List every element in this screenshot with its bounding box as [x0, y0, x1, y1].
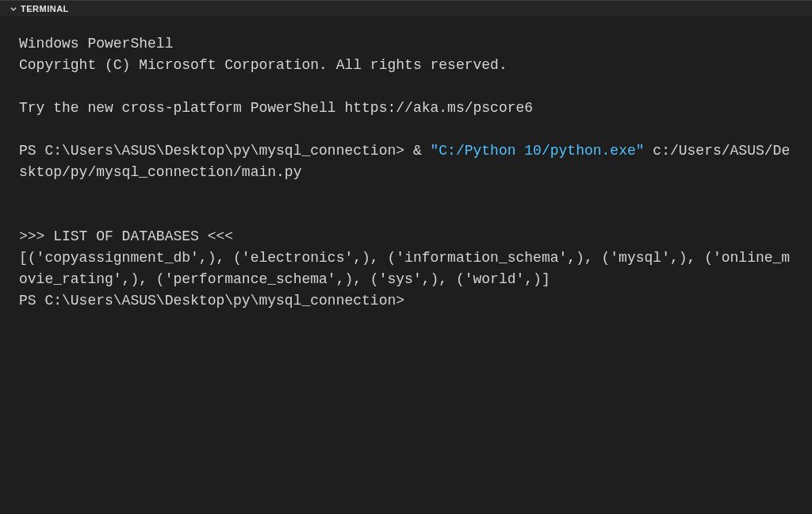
terminal-output-list: [('copyassignment_db',), ('electronics',… — [19, 247, 793, 290]
terminal-blank-line — [19, 205, 793, 226]
terminal-command-line: PS C:\Users\ASUS\Desktop\py\mysql_connec… — [19, 140, 793, 183]
chevron-down-icon — [10, 5, 17, 13]
terminal-cmd-string: "C:/Python 10/python.exe" — [431, 143, 645, 159]
terminal-line: Copyright (C) Microsoft Corporation. All… — [19, 55, 793, 76]
terminal-prompt: PS C:\Users\ASUS\Desktop\py\mysql_connec… — [19, 143, 413, 159]
terminal-line: Windows PowerShell — [19, 33, 793, 55]
terminal-tab-label: TERMINAL — [21, 4, 69, 13]
terminal-panel-header: TERMINAL — [0, 0, 812, 17]
terminal-tab[interactable]: TERMINAL — [6, 2, 72, 15]
terminal-output-area[interactable]: Windows PowerShell Copyright (C) Microso… — [0, 17, 812, 514]
terminal-cmd-amp: & — [413, 143, 431, 159]
terminal-line: Try the new cross-platform PowerShell ht… — [19, 98, 793, 119]
terminal-blank-line — [19, 119, 793, 140]
terminal-blank-line — [19, 76, 793, 98]
terminal-output-header: >>> LIST OF DATABASES <<< — [19, 226, 793, 247]
terminal-prompt: PS C:\Users\ASUS\Desktop\py\mysql_connec… — [19, 290, 793, 312]
terminal-blank-line — [19, 183, 793, 205]
